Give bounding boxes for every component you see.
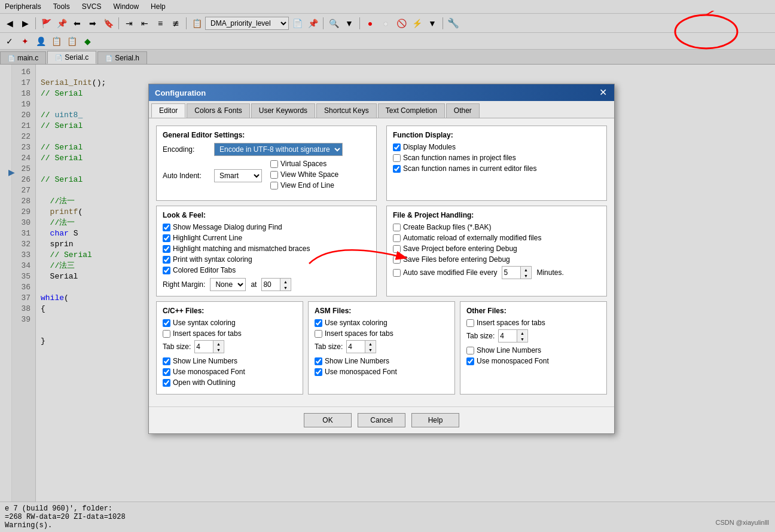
- print-syntax-label: Print with syntax coloring: [173, 255, 252, 264]
- save-project-debug-checkbox[interactable]: [393, 245, 401, 253]
- view-options: Virtual Spaces View White Space View End…: [270, 160, 338, 192]
- right-margin-label: Right Margin:: [163, 280, 205, 289]
- spinbox-down[interactable]: ▼: [280, 285, 290, 291]
- scan-editor-row: Scan function names in current editor fi…: [393, 164, 600, 173]
- right-margin-input[interactable]: [262, 279, 280, 291]
- cpp-tabsize-down[interactable]: ▼: [213, 347, 223, 353]
- other-linenums-label: Show Line Numbers: [477, 346, 541, 354]
- print-syntax-checkbox[interactable]: [163, 256, 170, 264]
- asm-tabsize-up[interactable]: ▲: [365, 341, 375, 347]
- dialog-tab-colors[interactable]: Colors & Fonts: [187, 103, 249, 118]
- colored-tabs-checkbox[interactable]: [163, 267, 170, 274]
- other-tabsize-btns: ▲ ▼: [517, 330, 527, 342]
- cpp-outlining-checkbox[interactable]: [163, 379, 170, 387]
- cpp-tabsize-btns: ▲ ▼: [213, 341, 223, 353]
- other-tabsize-input[interactable]: [499, 330, 517, 342]
- asm-tabsize-spinbox: ▲ ▼: [346, 340, 376, 353]
- cpp-linenums-checkbox[interactable]: [163, 357, 170, 365]
- right-margin-select[interactable]: None: [210, 278, 246, 291]
- asm-tabsize-label: Tab size:: [315, 343, 343, 351]
- cpp-files-section: C/C++ Files: Use syntax coloring Insert …: [156, 301, 303, 395]
- create-backup-row: Create Backup files (*.BAK): [393, 223, 600, 231]
- view-whitespace-checkbox[interactable]: [270, 171, 278, 179]
- auto-indent-select[interactable]: Smart: [214, 169, 262, 182]
- scan-project-row: Scan function names in project files: [393, 154, 600, 162]
- dialog-tab-editor[interactable]: Editor: [151, 103, 185, 118]
- cpp-linenums-label: Show Line Numbers: [173, 357, 237, 365]
- auto-save-spinbox: ▲ ▼: [502, 266, 532, 279]
- ok-button[interactable]: OK: [304, 413, 352, 427]
- ide-window: Peripherals Tools SVCS Window Help ◀ ▶ 🚩…: [0, 0, 775, 532]
- asm-linenums-checkbox[interactable]: [315, 357, 322, 365]
- scan-project-checkbox[interactable]: [393, 154, 401, 162]
- colored-tabs-label: Colored Editor Tabs: [173, 266, 236, 274]
- asm-syntax-checkbox[interactable]: [315, 319, 322, 327]
- asm-tabsize-btns: ▲ ▼: [365, 341, 375, 353]
- cpp-tabsize-spinbox: ▲ ▼: [194, 340, 224, 353]
- create-backup-checkbox[interactable]: [393, 224, 401, 231]
- auto-indent-row: Auto Indent: Smart Virtual Spaces: [163, 160, 370, 192]
- other-tabsize-up[interactable]: ▲: [517, 330, 527, 336]
- dialog-tab-keywords[interactable]: User Keywords: [251, 103, 315, 118]
- other-monospace-checkbox[interactable]: [466, 357, 474, 365]
- show-msg-dialog-row: Show Message Dialog during Find: [163, 223, 370, 231]
- view-eol-checkbox[interactable]: [270, 182, 278, 189]
- right-margin-spinbox: ▲ ▼: [261, 278, 291, 291]
- auto-save-down[interactable]: ▼: [521, 273, 530, 279]
- cpp-tabsize-up[interactable]: ▲: [213, 341, 223, 347]
- scan-editor-checkbox[interactable]: [393, 165, 401, 173]
- auto-save-input[interactable]: [502, 267, 520, 279]
- other-linenums-row: Show Line Numbers: [466, 346, 600, 354]
- show-msg-dialog-checkbox[interactable]: [163, 224, 170, 231]
- other-spaces-checkbox[interactable]: [466, 319, 474, 327]
- cpp-monospace-checkbox[interactable]: [163, 368, 170, 376]
- show-msg-dialog-label: Show Message Dialog during Find: [173, 223, 282, 231]
- display-modules-checkbox[interactable]: [393, 143, 401, 151]
- dialog-tab-shortcuts[interactable]: Shortcut Keys: [316, 103, 377, 118]
- cpp-spaces-checkbox[interactable]: [163, 330, 170, 338]
- encoding-select[interactable]: Encode in UTF-8 without signature: [214, 143, 343, 156]
- dialog-tab-other[interactable]: Other: [446, 103, 480, 118]
- dialog-tab-bar: Editor Colors & Fonts User Keywords Shor…: [149, 101, 614, 118]
- asm-tabsize-down[interactable]: ▼: [365, 347, 375, 353]
- cpp-syntax-checkbox[interactable]: [163, 319, 170, 327]
- asm-tabsize-input[interactable]: [347, 341, 365, 353]
- dialog-tab-completion[interactable]: Text Completion: [378, 103, 445, 118]
- asm-spaces-checkbox[interactable]: [315, 330, 322, 338]
- spinbox-up[interactable]: ▲: [280, 279, 290, 285]
- help-button[interactable]: Help: [411, 413, 459, 427]
- auto-save-checkbox[interactable]: [393, 269, 401, 277]
- file-project-section: File & Project Handling: Create Backup f…: [386, 206, 607, 296]
- other-files-title: Other Files:: [466, 307, 600, 315]
- dialog-close-button[interactable]: ✕: [598, 88, 608, 97]
- other-monospace-label: Use monospaced Font: [477, 357, 549, 365]
- configuration-dialog: Configuration ✕ Editor Colors & Fonts Us…: [148, 84, 615, 434]
- cpp-outlining-label: Open with Outlining: [173, 378, 236, 387]
- function-display-section: Function Display: Display Modules Scan f…: [386, 126, 607, 201]
- virtual-spaces-label: Virtual Spaces: [280, 160, 327, 168]
- other-spaces-label: Insert spaces for tabs: [477, 319, 545, 327]
- look-feel-section: Look & Feel: Show Message Dialog during …: [156, 206, 377, 296]
- cancel-button[interactable]: Cancel: [358, 413, 405, 427]
- cpp-syntax-label: Use syntax coloring: [173, 319, 236, 327]
- file-project-title: File & Project Handling:: [393, 211, 600, 219]
- dialog-titlebar: Configuration ✕: [149, 84, 614, 101]
- highlight-braces-label: Highlight matching and mismatched braces: [173, 244, 310, 253]
- asm-files-title: ASM Files:: [315, 307, 448, 315]
- highlight-braces-checkbox[interactable]: [163, 245, 170, 253]
- print-syntax-row: Print with syntax coloring: [163, 255, 370, 264]
- auto-indent-label: Auto Indent:: [163, 172, 210, 180]
- auto-reload-checkbox[interactable]: [393, 234, 401, 242]
- highlight-current-checkbox[interactable]: [163, 234, 170, 242]
- cpp-tabsize-input[interactable]: [195, 341, 213, 353]
- dialog-content: General Editor Settings: Encoding: Encod…: [149, 118, 614, 406]
- asm-monospace-checkbox[interactable]: [315, 368, 322, 376]
- virtual-spaces-checkbox[interactable]: [270, 160, 278, 168]
- auto-save-up[interactable]: ▲: [521, 267, 530, 273]
- other-tabsize-down[interactable]: ▼: [517, 336, 527, 342]
- save-files-debug-checkbox[interactable]: [393, 256, 401, 264]
- other-linenums-checkbox[interactable]: [466, 347, 474, 354]
- highlight-current-row: Highlight Current Line: [163, 234, 370, 242]
- cpp-spaces-row: Insert spaces for tabs: [163, 329, 297, 338]
- minutes-label: Minutes.: [536, 268, 563, 277]
